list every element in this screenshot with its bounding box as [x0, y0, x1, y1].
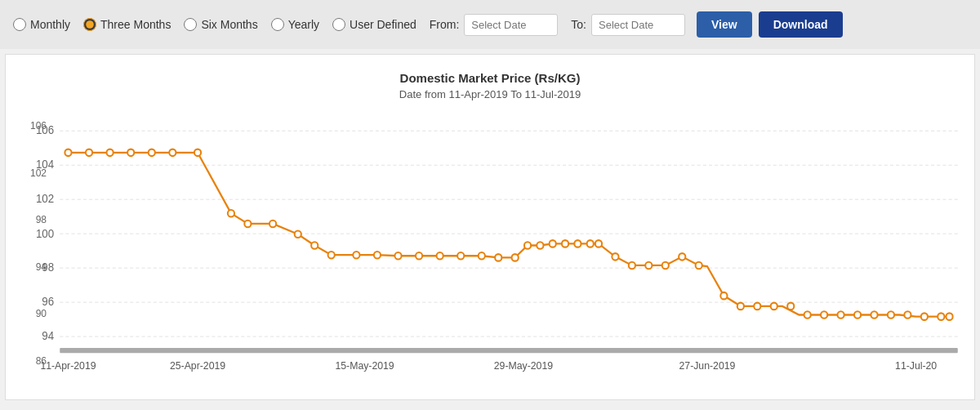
data-point — [679, 253, 685, 261]
radio-three-months[interactable]: Three Months — [83, 18, 171, 31]
data-point — [904, 311, 911, 319]
chart-container: Domestic Market Price (Rs/KG) Date from … — [5, 54, 975, 400]
data-point — [127, 149, 134, 157]
svg-text:104: 104 — [36, 158, 55, 171]
radio-six-months-input[interactable] — [184, 18, 197, 31]
from-label: From: — [430, 18, 460, 31]
data-point — [946, 313, 952, 320]
radio-six-months-label: Six Months — [201, 18, 257, 31]
svg-text:11-Jul-20: 11-Jul-20 — [895, 360, 937, 372]
data-point — [244, 221, 251, 228]
svg-text:106: 106 — [36, 124, 54, 136]
data-point — [328, 252, 335, 259]
chart-svg: 106 104 102 100 98 96 94 11-Apr-2019 25-… — [14, 114, 966, 391]
svg-rect-14 — [60, 348, 958, 353]
radio-monthly-label: Monthly — [30, 18, 70, 31]
data-point — [107, 149, 114, 157]
data-point — [662, 262, 669, 270]
radio-monthly[interactable]: Monthly — [13, 18, 70, 31]
data-point — [921, 313, 928, 320]
radio-user-defined[interactable]: User Defined — [332, 18, 416, 31]
svg-text:29-May-2019: 29-May-2019 — [494, 360, 553, 372]
date-to-section: To: — [571, 14, 685, 36]
radio-user-defined-input[interactable] — [332, 18, 345, 31]
data-point — [771, 303, 777, 310]
radio-user-defined-label: User Defined — [350, 18, 416, 31]
data-point — [837, 311, 844, 319]
data-point — [938, 313, 944, 320]
data-point — [595, 240, 602, 247]
data-point — [169, 149, 176, 157]
view-button[interactable]: View — [697, 11, 752, 38]
svg-text:96: 96 — [42, 296, 54, 308]
data-point — [696, 262, 702, 270]
radio-monthly-input[interactable] — [13, 18, 26, 31]
data-point — [479, 252, 485, 260]
svg-text:98: 98 — [42, 261, 54, 274]
toolbar: Monthly Three Months Six Months Yearly U… — [0, 0, 980, 49]
data-point — [394, 252, 401, 260]
data-point — [754, 303, 760, 310]
data-point — [149, 149, 155, 157]
data-point — [804, 311, 811, 319]
radio-three-months-input[interactable] — [83, 18, 96, 31]
data-point — [457, 252, 464, 260]
data-point — [416, 252, 422, 260]
radio-six-months[interactable]: Six Months — [184, 18, 257, 31]
data-point — [854, 311, 861, 319]
date-from-section: From: — [430, 14, 559, 36]
svg-text:100: 100 — [36, 228, 54, 240]
data-point — [311, 242, 318, 249]
radio-yearly-input[interactable] — [271, 18, 284, 31]
radio-group: Monthly Three Months Six Months Yearly U… — [13, 18, 416, 31]
to-label: To: — [571, 18, 586, 31]
data-point — [270, 221, 276, 228]
data-point — [888, 311, 894, 319]
data-point — [629, 262, 635, 270]
data-point — [295, 230, 301, 238]
data-point — [587, 240, 594, 247]
data-point — [86, 149, 92, 157]
data-point — [353, 252, 359, 259]
data-point — [720, 292, 727, 300]
data-point — [524, 242, 531, 249]
data-point — [574, 240, 581, 247]
data-point — [374, 252, 381, 259]
data-point — [737, 303, 744, 310]
svg-text:27-Jun-2019: 27-Jun-2019 — [679, 360, 736, 372]
data-point — [194, 149, 201, 157]
svg-text:15-May-2019: 15-May-2019 — [335, 360, 394, 372]
svg-text:94: 94 — [42, 330, 54, 342]
price-line — [68, 153, 949, 317]
data-point — [437, 252, 443, 260]
data-point — [562, 240, 568, 247]
data-point — [871, 311, 877, 319]
radio-three-months-label: Three Months — [100, 18, 171, 31]
data-point — [495, 254, 501, 261]
radio-yearly-label: Yearly — [288, 18, 319, 31]
data-point — [787, 303, 794, 310]
data-point — [537, 242, 543, 249]
download-button[interactable]: Download — [759, 11, 843, 38]
data-point — [228, 210, 234, 217]
svg-text:25-Apr-2019: 25-Apr-2019 — [170, 360, 225, 372]
data-point — [821, 311, 827, 319]
svg-text:11-Apr-2019: 11-Apr-2019 — [40, 360, 96, 372]
data-point — [645, 262, 652, 270]
chart-title: Domestic Market Price (Rs/KG) — [14, 71, 966, 85]
chart-area: 106 104 102 100 98 96 94 11-Apr-2019 25-… — [14, 114, 966, 391]
from-date-input[interactable] — [464, 14, 558, 36]
data-point — [512, 254, 519, 261]
data-point — [550, 240, 556, 247]
data-point — [65, 149, 71, 157]
chart-subtitle: Date from 11-Apr-2019 To 11-Jul-2019 — [14, 88, 966, 100]
svg-text:102: 102 — [36, 193, 54, 205]
data-point — [612, 253, 618, 261]
to-date-input[interactable] — [591, 14, 685, 36]
radio-yearly[interactable]: Yearly — [271, 18, 319, 31]
